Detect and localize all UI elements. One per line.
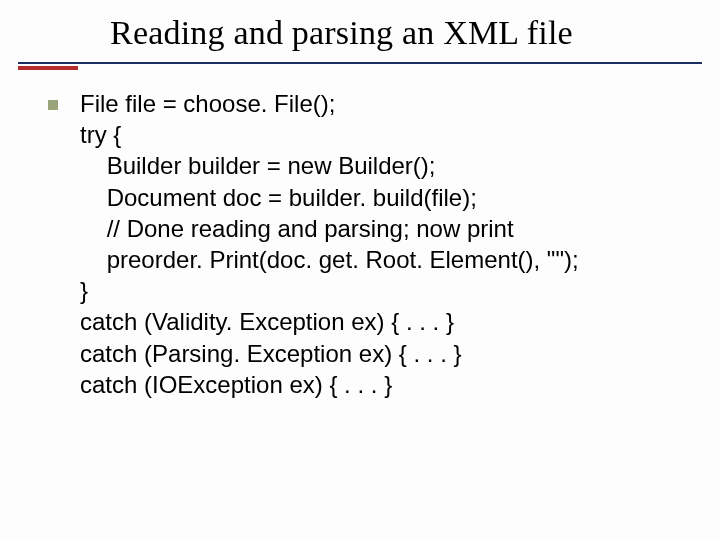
code-line: try { [80,121,121,148]
code-line: preorder. Print(doc. get. Root. Element(… [80,246,579,273]
title-wrap: Reading and parsing an XML file [0,14,720,52]
code-line: } [80,277,88,304]
slide-body: File file = choose. File(); try { Builde… [48,88,690,400]
title-rule-accent [18,66,78,70]
title-rule [18,62,702,64]
code-line: // Done reading and parsing; now print [80,215,514,242]
slide: Reading and parsing an XML file File fil… [0,0,720,540]
slide-title: Reading and parsing an XML file [110,14,720,52]
code-line: Document doc = builder. build(file); [80,184,477,211]
code-line: catch (Parsing. Exception ex) { . . . } [80,340,462,367]
code-line: Builder builder = new Builder(); [80,152,436,179]
square-bullet-icon [48,100,58,110]
code-line: catch (Validity. Exception ex) { . . . } [80,308,454,335]
code-line: File file = choose. File(); [80,90,335,117]
code-block: File file = choose. File(); try { Builde… [80,88,579,400]
code-line: catch (IOException ex) { . . . } [80,371,392,398]
bullet-row: File file = choose. File(); try { Builde… [48,88,690,400]
